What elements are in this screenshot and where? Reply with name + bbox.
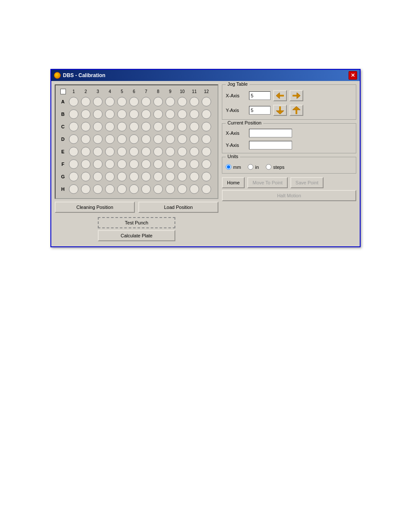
cell-g2[interactable] [81, 172, 90, 181]
cell-b8[interactable] [153, 109, 163, 119]
cell-h2[interactable] [81, 184, 90, 194]
cell-f6[interactable] [129, 159, 139, 169]
cell-g4[interactable] [105, 172, 115, 181]
cell-c1[interactable] [69, 122, 78, 131]
cell-h10[interactable] [177, 184, 187, 194]
cell-f9[interactable] [165, 159, 175, 169]
cell-h4[interactable] [105, 184, 115, 194]
cell-g3[interactable] [93, 172, 103, 181]
cell-d12[interactable] [202, 134, 211, 144]
cell-e3[interactable] [93, 147, 103, 156]
save-point-button[interactable]: Save Point [290, 177, 324, 188]
cell-d6[interactable] [129, 134, 139, 144]
cell-g9[interactable] [165, 172, 175, 181]
cell-b7[interactable] [141, 109, 151, 119]
units-steps-radio[interactable] [266, 164, 271, 170]
cell-f5[interactable] [117, 159, 127, 169]
cell-g8[interactable] [153, 172, 163, 181]
cell-a8[interactable] [153, 97, 163, 106]
cell-e12[interactable] [202, 147, 211, 156]
cell-b10[interactable] [177, 109, 187, 119]
cell-g7[interactable] [141, 172, 151, 181]
units-mm-radio[interactable] [226, 164, 231, 170]
move-to-point-button[interactable]: Move To Point [247, 177, 288, 188]
cell-a9[interactable] [165, 97, 175, 106]
cell-e2[interactable] [81, 147, 90, 156]
jog-x-right-button[interactable] [290, 90, 303, 101]
cell-e9[interactable] [165, 147, 175, 156]
units-in-radio[interactable] [248, 164, 253, 170]
cell-d9[interactable] [165, 134, 175, 144]
cell-f1[interactable] [69, 159, 78, 169]
jog-x-left-button[interactable] [273, 90, 287, 101]
cell-e10[interactable] [177, 147, 187, 156]
select-all-checkbox[interactable] [60, 89, 66, 94]
cleaning-position-button[interactable]: Cleaning Position [55, 202, 135, 213]
cell-b3[interactable] [93, 109, 103, 119]
cell-c4[interactable] [105, 122, 115, 131]
cell-h7[interactable] [141, 184, 151, 194]
cell-a3[interactable] [93, 97, 103, 106]
cell-h5[interactable] [117, 184, 127, 194]
cell-b11[interactable] [190, 109, 199, 119]
cell-d5[interactable] [117, 134, 127, 144]
cell-g5[interactable] [117, 172, 127, 181]
cell-f10[interactable] [177, 159, 187, 169]
cell-f7[interactable] [141, 159, 151, 169]
cell-d3[interactable] [93, 134, 103, 144]
cell-a10[interactable] [177, 97, 187, 106]
load-position-button[interactable]: Load Position [138, 202, 218, 213]
cell-c11[interactable] [190, 122, 199, 131]
cell-c9[interactable] [165, 122, 175, 131]
jog-y-down-button[interactable] [273, 105, 287, 116]
cell-h8[interactable] [153, 184, 163, 194]
cell-c8[interactable] [153, 122, 163, 131]
jog-y-up-button[interactable] [290, 105, 303, 116]
cell-e6[interactable] [129, 147, 139, 156]
pos-x-input[interactable] [249, 129, 292, 137]
cell-a7[interactable] [141, 97, 151, 106]
cell-a2[interactable] [81, 97, 90, 106]
cell-e7[interactable] [141, 147, 151, 156]
cell-h1[interactable] [69, 184, 78, 194]
cell-c12[interactable] [202, 122, 211, 131]
cell-d1[interactable] [69, 134, 78, 144]
cell-g6[interactable] [129, 172, 139, 181]
cell-d11[interactable] [190, 134, 199, 144]
cell-e1[interactable] [69, 147, 78, 156]
cell-c3[interactable] [93, 122, 103, 131]
cell-f3[interactable] [93, 159, 103, 169]
cell-d10[interactable] [177, 134, 187, 144]
cell-c6[interactable] [129, 122, 139, 131]
cell-c2[interactable] [81, 122, 90, 131]
cell-d2[interactable] [81, 134, 90, 144]
pos-y-input[interactable] [249, 141, 292, 149]
cell-e4[interactable] [105, 147, 115, 156]
cell-a12[interactable] [202, 97, 211, 106]
cell-f2[interactable] [81, 159, 90, 169]
cell-c5[interactable] [117, 122, 127, 131]
cell-d8[interactable] [153, 134, 163, 144]
cell-g12[interactable] [202, 172, 211, 181]
cell-b2[interactable] [81, 109, 90, 119]
cell-h9[interactable] [165, 184, 175, 194]
cell-a1[interactable] [69, 97, 78, 106]
cell-g11[interactable] [190, 172, 199, 181]
cell-a11[interactable] [190, 97, 199, 106]
cell-b12[interactable] [202, 109, 211, 119]
cell-a5[interactable] [117, 97, 127, 106]
cell-g10[interactable] [177, 172, 187, 181]
cell-f4[interactable] [105, 159, 115, 169]
cell-a4[interactable] [105, 97, 115, 106]
cell-b5[interactable] [117, 109, 127, 119]
cell-b4[interactable] [105, 109, 115, 119]
cell-a6[interactable] [129, 97, 139, 106]
calculate-plate-button[interactable]: Calculate Plate [98, 230, 175, 241]
test-punch-button[interactable]: Test Punch [98, 217, 175, 228]
cell-b9[interactable] [165, 109, 175, 119]
halt-motion-button[interactable]: Halt Motion [222, 190, 356, 201]
home-button[interactable]: Home [222, 177, 245, 188]
cell-h6[interactable] [129, 184, 139, 194]
cell-e11[interactable] [190, 147, 199, 156]
cell-c7[interactable] [141, 122, 151, 131]
